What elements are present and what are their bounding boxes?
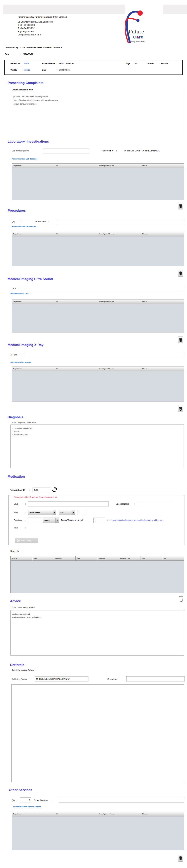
per-meal-label: Drugs/Tablets per meal — [61, 519, 83, 521]
prescription-id-colon: : — [29, 489, 30, 491]
visit-date-colon: : — [58, 69, 58, 71]
column-header: Qty — [162, 556, 184, 560]
column-header: Investigation/Service — [98, 300, 141, 304]
duration-unit-value: Day/s — [43, 518, 55, 523]
consultation-page: Future Care by Future Holdings (Pty) Lim… — [0, 0, 187, 868]
drug-input[interactable] — [28, 501, 109, 506]
xray-label: X-Rays — [10, 353, 17, 356]
patient-info-bar: Patient ID : 8028 Patient Name : GINA CH… — [4, 60, 183, 75]
meal-time-select[interactable]: Before Meal — [28, 510, 56, 515]
diagnosis-label: Enter Diagnosis Details Here — [12, 421, 36, 424]
procedures-colon: : — [48, 220, 49, 223]
consult-date-colon: : — [20, 53, 21, 55]
other-services-table-body[interactable] — [12, 816, 184, 850]
uss-table-body[interactable] — [12, 304, 184, 333]
lab-table-header: Department ID Investigation/Service Stat… — [12, 163, 184, 168]
per-meal-colon: : — [90, 519, 90, 521]
recommended-uss-link[interactable]: Recommended USS — [10, 292, 29, 294]
advice-delete-button[interactable] — [179, 595, 184, 602]
uss-input[interactable] — [22, 286, 184, 291]
consultant-input[interactable] — [126, 676, 185, 682]
company-number: Company No.8417652-2 — [18, 33, 41, 36]
recommended-xray-link[interactable]: Recommended X-Rays — [10, 361, 31, 363]
patient-age-colon: : — [133, 62, 133, 65]
consultant-label: Consultant — [107, 678, 117, 680]
patient-age-value: 38 — [135, 62, 137, 65]
trash-icon — [179, 338, 182, 342]
procedures-delete-button[interactable] — [178, 270, 183, 277]
procedures-qty-input[interactable] — [20, 219, 31, 224]
company-name-underline — [18, 19, 62, 19]
drug-list-table: Drug ID Drug Fequency Way Duration Durat… — [10, 556, 184, 593]
procedures-input[interactable] — [57, 219, 184, 224]
recommended-lab-testings-link[interactable]: Recommended Lab Testings — [12, 158, 38, 160]
per-meal-input[interactable] — [93, 518, 105, 523]
column-header: Note — [141, 556, 162, 560]
way-qty-input[interactable] — [77, 510, 87, 515]
drug-list-body[interactable] — [11, 561, 184, 593]
patient-gender-colon: : — [159, 62, 159, 65]
column-header: Department — [12, 812, 55, 816]
lab-table-body[interactable] — [12, 168, 184, 200]
procedures-table-body[interactable] — [12, 237, 184, 266]
plus-circle-icon — [17, 539, 20, 542]
other-services-delete-button[interactable] — [178, 855, 183, 862]
recommended-procedures-link[interactable]: Recommended Procedures — [12, 225, 36, 227]
meal-time-value: Before Meal — [28, 510, 53, 515]
add-drug-button[interactable]: Add Drug — [15, 538, 38, 543]
way-colon: : — [25, 512, 26, 514]
other-services-table-header: Department ID Investigation / Service St… — [12, 812, 184, 816]
advice-textarea[interactable]: continue current mgt review with FBC, RB… — [10, 610, 184, 655]
duration-input[interactable] — [28, 518, 41, 523]
column-header: ID — [55, 367, 98, 371]
procedures-qty-colon: : — [16, 220, 17, 223]
future-care-logo-icon — [125, 5, 163, 43]
recommended-other-services-link[interactable]: Recommended Other Services — [13, 806, 41, 808]
lab-delete-button[interactable] — [178, 203, 183, 210]
dropdown-button — [72, 510, 75, 515]
prescription-id-label: Prescription ID — [10, 489, 25, 491]
other-services-label: Other Services — [34, 799, 48, 802]
visit-id-value: 15619 — [24, 69, 30, 71]
referred-by-label: Reffered By — [102, 149, 113, 152]
xray-delete-button[interactable] — [178, 405, 183, 412]
chevron-down-icon — [73, 512, 74, 513]
prescription-refresh-button[interactable] — [52, 487, 58, 493]
other-services-input[interactable] — [59, 797, 184, 803]
xray-table-header: Department ID Investigation/Service Stat… — [12, 367, 184, 371]
company-phone-2: T: +24 84 225 252 — [18, 27, 35, 29]
duration-unit-select[interactable]: Day/s — [43, 518, 59, 523]
column-header: Investigation / Service — [98, 812, 141, 816]
uss-label: USS — [12, 287, 16, 290]
xray-colon: : — [20, 353, 20, 356]
other-qty-colon: : — [16, 799, 17, 802]
diagnosis-textarea[interactable]: 1. ?Lumbar spondylosis 2. BPPV 3. r/o An… — [10, 425, 184, 468]
referral-list-box[interactable] — [11, 684, 184, 782]
referring-doctor-input[interactable] — [35, 676, 88, 682]
special-notes-input[interactable] — [138, 502, 171, 506]
xray-input[interactable] — [24, 352, 184, 357]
fraction-hint: Please add as decimal numbers when addin… — [107, 519, 185, 521]
column-header: Status — [141, 300, 184, 304]
company-name: Future Care by Future Holdings (Pty) Lim… — [18, 16, 67, 18]
prescription-id-input[interactable] — [33, 488, 50, 492]
duration-label: Duration — [14, 519, 22, 521]
uss-delete-button[interactable] — [178, 337, 183, 343]
uss-table: Department ID Investigation/Service Stat… — [12, 299, 184, 333]
other-qty-input[interactable] — [20, 798, 31, 803]
xray-table: Department ID Investigation/Service Stat… — [12, 367, 184, 402]
consult-date-value: 2024-09-16 — [23, 53, 33, 55]
patient-id-colon: : — [23, 62, 23, 65]
referring-doctor-label: Reffering Doctor — [12, 678, 27, 680]
frequency-select[interactable]: OD — [59, 510, 75, 515]
patient-id-label: Patient ID — [10, 62, 20, 65]
special-notes-label: Special Notes — [116, 503, 129, 505]
lab-investigation-input[interactable] — [43, 148, 89, 153]
complaints-textarea[interactable]: pt seen, FBC, RBS done awaiting results … — [12, 93, 184, 133]
patient-name-label: Patient Name — [42, 62, 55, 65]
column-header: ID — [55, 812, 98, 816]
visit-date-label: Date — [42, 69, 46, 71]
consult-date-label: Date — [5, 53, 9, 55]
xray-table-body[interactable] — [12, 371, 184, 402]
section-title-advice: Advice — [10, 599, 21, 603]
